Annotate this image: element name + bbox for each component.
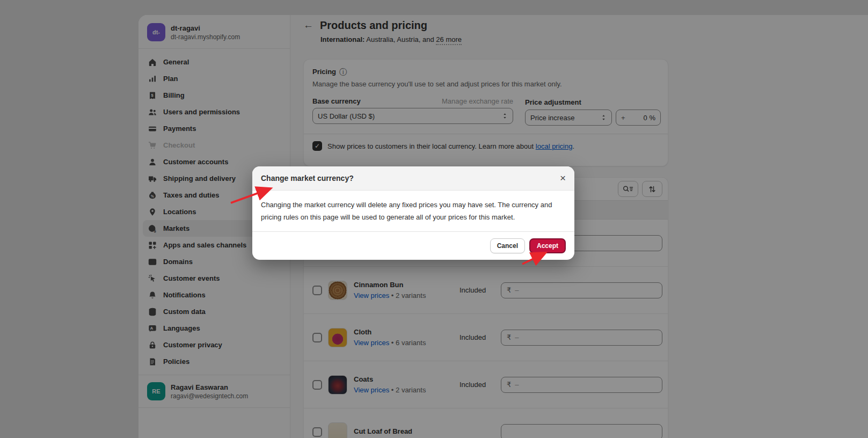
cancel-button[interactable]: Cancel [490,238,525,253]
close-icon[interactable]: × [560,173,566,183]
accept-button[interactable]: Accept [529,238,566,253]
modal-title: Change market currency? [261,174,354,182]
change-currency-modal: Change market currency? × Changing the m… [252,166,574,260]
modal-body-text: Changing the market currency will delete… [252,191,574,231]
